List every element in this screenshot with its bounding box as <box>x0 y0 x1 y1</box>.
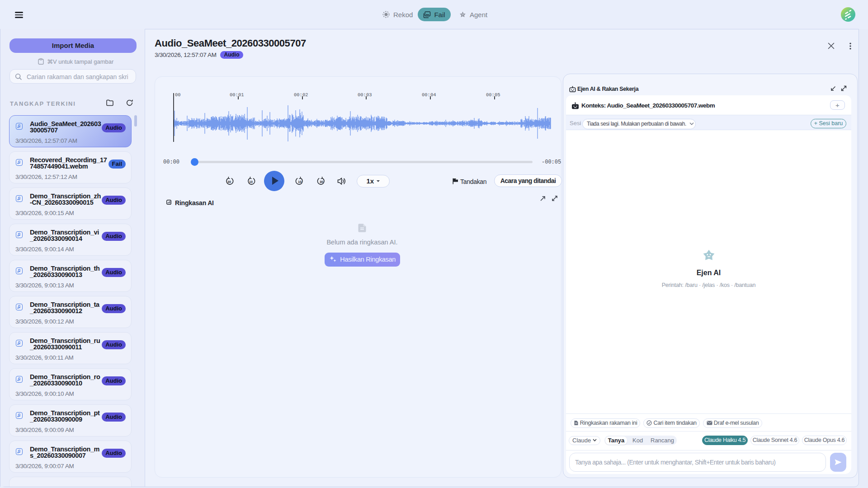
svg-text:10: 10 <box>249 180 253 184</box>
svg-text:30: 30 <box>320 180 323 184</box>
svg-text:10: 10 <box>298 180 302 184</box>
svg-text:30: 30 <box>227 180 231 184</box>
